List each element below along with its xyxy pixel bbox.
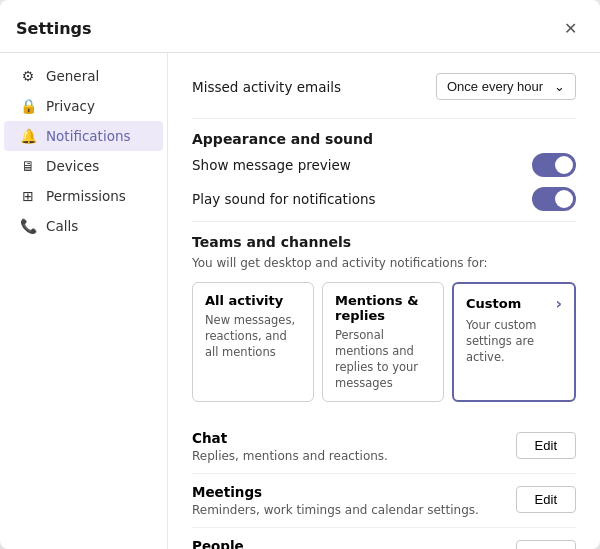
sidebar-item-permissions[interactable]: ⊞ Permissions xyxy=(4,181,163,211)
appearance-section-title: Appearance and sound xyxy=(192,131,576,147)
tc-card-desc-custom: Your custom settings are active. xyxy=(466,317,562,365)
play-sound-label: Play sound for notifications xyxy=(192,191,376,207)
sidebar-item-devices[interactable]: 🖥 Devices xyxy=(4,151,163,181)
title-bar: Settings ✕ xyxy=(0,0,600,53)
teams-channels-title: Teams and channels xyxy=(192,234,576,250)
dropdown-value: Once every hour xyxy=(447,79,543,94)
section-desc-chat: Replies, mentions and reactions. xyxy=(192,449,388,463)
tc-card-title-custom: Custom › xyxy=(466,294,562,313)
sidebar: ⚙ General 🔒 Privacy 🔔 Notifications 🖥 De… xyxy=(0,53,168,549)
tc-card-all_activity[interactable]: All activity New messages, reactions, an… xyxy=(192,282,314,402)
missed-activity-dropdown[interactable]: Once every hour ⌄ xyxy=(436,73,576,100)
missed-activity-label: Missed activity emails xyxy=(192,79,341,95)
chevron-down-icon: ⌄ xyxy=(554,79,565,94)
edit-button-chat[interactable]: Edit xyxy=(516,432,576,459)
show-preview-row: Show message preview xyxy=(192,153,576,177)
general-icon: ⚙ xyxy=(20,68,36,84)
play-sound-row: Play sound for notifications xyxy=(192,187,576,211)
close-button[interactable]: ✕ xyxy=(556,14,584,42)
sidebar-label-general: General xyxy=(46,68,99,84)
section-row-chat: Chat Replies, mentions and reactions. Ed… xyxy=(192,420,576,474)
sidebar-item-notifications[interactable]: 🔔 Notifications xyxy=(4,121,163,151)
devices-icon: 🖥 xyxy=(20,158,36,174)
body: ⚙ General 🔒 Privacy 🔔 Notifications 🖥 De… xyxy=(0,53,600,549)
tc-card-desc-mentions_replies: Personal mentions and replies to your me… xyxy=(335,327,431,391)
sidebar-label-permissions: Permissions xyxy=(46,188,126,204)
divider-1 xyxy=(192,118,576,119)
edit-button-people[interactable]: Edit xyxy=(516,540,576,549)
notification-sections: Chat Replies, mentions and reactions. Ed… xyxy=(192,420,576,549)
tc-card-custom[interactable]: Custom › Your custom settings are active… xyxy=(452,282,576,402)
sidebar-item-calls[interactable]: 📞 Calls xyxy=(4,211,163,241)
edit-button-meetings[interactable]: Edit xyxy=(516,486,576,513)
sidebar-label-calls: Calls xyxy=(46,218,78,234)
tc-card-desc-all_activity: New messages, reactions, and all mention… xyxy=(205,312,301,360)
divider-2 xyxy=(192,221,576,222)
section-desc-meetings: Reminders, work timings and calendar set… xyxy=(192,503,479,517)
permissions-icon: ⊞ xyxy=(20,188,36,204)
section-row-people: People Keep track of someone's status an… xyxy=(192,528,576,549)
play-sound-toggle[interactable] xyxy=(532,187,576,211)
chevron-icon: › xyxy=(555,294,562,313)
section-title-chat: Chat xyxy=(192,430,388,446)
sidebar-item-general[interactable]: ⚙ General xyxy=(4,61,163,91)
section-text-chat: Chat Replies, mentions and reactions. xyxy=(192,430,388,463)
teams-channels-sub: You will get desktop and activity notifi… xyxy=(192,256,576,270)
tc-card-title-mentions_replies: Mentions & replies xyxy=(335,293,431,323)
show-preview-toggle[interactable] xyxy=(532,153,576,177)
main-content: Missed activity emails Once every hour ⌄… xyxy=(168,53,600,549)
window-title: Settings xyxy=(16,19,92,38)
section-title-people: People xyxy=(192,538,500,549)
sidebar-label-privacy: Privacy xyxy=(46,98,95,114)
sidebar-label-notifications: Notifications xyxy=(46,128,131,144)
section-text-people: People Keep track of someone's status an… xyxy=(192,538,500,549)
tc-card-title-all_activity: All activity xyxy=(205,293,301,308)
teams-channels-cards: All activity New messages, reactions, an… xyxy=(192,282,576,402)
section-title-meetings: Meetings xyxy=(192,484,479,500)
section-row-meetings: Meetings Reminders, work timings and cal… xyxy=(192,474,576,528)
calls-icon: 📞 xyxy=(20,218,36,234)
tc-card-mentions_replies[interactable]: Mentions & replies Personal mentions and… xyxy=(322,282,444,402)
sidebar-label-devices: Devices xyxy=(46,158,99,174)
notifications-icon: 🔔 xyxy=(20,128,36,144)
settings-window: Settings ✕ ⚙ General 🔒 Privacy 🔔 Notific… xyxy=(0,0,600,549)
show-preview-label: Show message preview xyxy=(192,157,351,173)
sidebar-item-privacy[interactable]: 🔒 Privacy xyxy=(4,91,163,121)
missed-activity-row: Missed activity emails Once every hour ⌄ xyxy=(192,73,576,100)
section-text-meetings: Meetings Reminders, work timings and cal… xyxy=(192,484,479,517)
privacy-icon: 🔒 xyxy=(20,98,36,114)
